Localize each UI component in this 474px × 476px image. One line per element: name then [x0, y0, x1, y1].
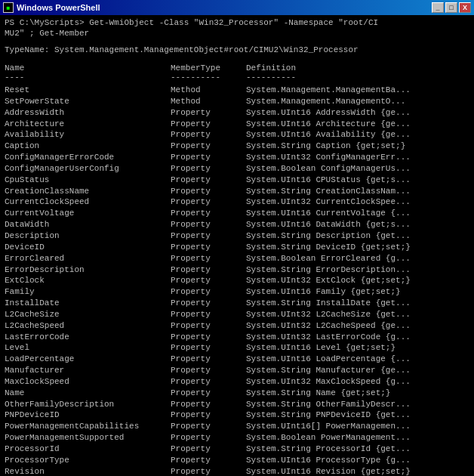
underline-definition: ---------- — [246, 73, 469, 82]
cell-membertype: Property — [171, 119, 246, 130]
header-definition: Definition — [246, 63, 469, 73]
minimize-button[interactable]: _ — [432, 2, 444, 13]
cell-name: Reset — [5, 85, 171, 96]
cell-name: Manufacturer — [5, 365, 171, 376]
cell-definition: System.UInt16 ProcessorType {g... — [246, 455, 469, 466]
cell-definition: System.UInt16 Availability {ge... — [246, 129, 469, 141]
cell-definition: System.Management.ManagementBa... — [246, 85, 469, 96]
cell-name: Name — [5, 388, 171, 399]
cell-membertype: Property — [171, 466, 246, 476]
cell-membertype: Property — [171, 432, 246, 444]
table-row: DeviceID Property System.String DeviceID… — [5, 242, 469, 253]
cell-membertype: Property — [171, 421, 246, 432]
underline-membertype: ---------- — [171, 73, 246, 82]
table-row: Revision Property System.UInt16 Revision… — [5, 466, 469, 476]
cell-membertype: Property — [171, 410, 246, 421]
cell-membertype: Property — [171, 253, 246, 264]
table-row: PowerManagementCapabilities Property Sys… — [5, 421, 469, 432]
cell-definition: System.UInt32 L2CacheSpeed {ge... — [246, 320, 469, 332]
cell-name: Family — [5, 286, 171, 298]
cell-name: OtherFamilyDescription — [5, 399, 171, 410]
window-title: Windows PowerShell — [17, 3, 100, 12]
terminal-content[interactable]: PS C:\MyScripts> Get-WmiObject -Class "W… — [0, 15, 474, 476]
cell-definition: System.String Manufacturer {ge... — [246, 365, 469, 376]
table-header: Name MemberType Definition — [5, 63, 469, 73]
table-row: CreationClassName Property System.String… — [5, 186, 469, 197]
cell-definition: System.UInt32 ConfigManagerErr... — [246, 152, 469, 163]
cell-name: L2CacheSpeed — [5, 320, 171, 332]
prompt-line-1: PS C:\MyScripts> Get-WmiObject -Class "W… — [5, 18, 469, 27]
cell-membertype: Property — [171, 242, 246, 253]
cell-definition: System.String Description {get... — [246, 230, 469, 242]
table-row: Name Property System.String Name {get;se… — [5, 388, 469, 399]
cell-definition: System.UInt32 MaxClockSpeed {g... — [246, 376, 469, 388]
cell-definition: System.UInt16 CPUStatus {get;s... — [246, 175, 469, 186]
cell-definition: System.String PNPDeviceID {get... — [246, 410, 469, 421]
cell-name: MaxClockSpeed — [5, 376, 171, 388]
table-row: ExtClock Property System.UInt32 ExtClock… — [5, 275, 469, 286]
table-row: Reset Method System.Management.Managemen… — [5, 85, 469, 96]
table-row: Availability Property System.UInt16 Avai… — [5, 129, 469, 141]
cell-membertype: Property — [171, 399, 246, 410]
table-row: Caption Property System.String Caption {… — [5, 141, 469, 152]
cell-membertype: Property — [171, 219, 246, 230]
cell-definition: System.String DeviceID {get;set;} — [246, 242, 469, 253]
table-row: PNPDeviceID Property System.String PNPDe… — [5, 410, 469, 421]
title-bar: ■ Windows PowerShell _ □ X — [0, 0, 474, 15]
cell-membertype: Property — [171, 286, 246, 298]
table-row: OtherFamilyDescription Property System.S… — [5, 399, 469, 410]
cell-membertype: Property — [171, 129, 246, 141]
cell-definition: System.UInt16 DataWidth {get;s... — [246, 219, 469, 230]
table-row: Manufacturer Property System.String Manu… — [5, 365, 469, 376]
cell-definition: System.UInt16 Architecture {ge... — [246, 119, 469, 130]
cell-membertype: Property — [171, 107, 246, 119]
cell-definition: System.UInt16[] PowerManagemen... — [246, 421, 469, 432]
cell-membertype: Property — [171, 175, 246, 186]
typename-line: TypeName: System.Management.ManagementOb… — [5, 45, 469, 54]
cell-name: ConfigManagerErrorCode — [5, 152, 171, 163]
prompt-line-2: MU2" ; Get-Member — [5, 29, 469, 38]
maximize-button[interactable]: □ — [445, 2, 457, 13]
cell-membertype: Property — [171, 208, 246, 219]
cell-name: Architecture — [5, 119, 171, 130]
cell-definition: System.UInt16 CurrentVoltage {... — [246, 208, 469, 219]
cell-membertype: Property — [171, 196, 246, 208]
cell-name: ExtClock — [5, 275, 171, 286]
cell-definition: System.UInt32 CurrentClockSpee... — [246, 196, 469, 208]
cell-name: AddressWidth — [5, 107, 171, 119]
cell-definition: System.String Caption {get;set;} — [246, 141, 469, 152]
cell-definition: System.String ErrorDescription... — [246, 264, 469, 276]
underline-name: ---- — [5, 73, 171, 82]
cell-definition: System.String ProcessorId {get... — [246, 444, 469, 455]
cell-definition: System.Boolean ConfigManagerUs... — [246, 163, 469, 175]
app-icon: ■ — [3, 2, 14, 13]
table-row: CpuStatus Property System.UInt16 CPUStat… — [5, 175, 469, 186]
header-membertype: MemberType — [171, 63, 246, 73]
cell-membertype: Property — [171, 388, 246, 399]
cell-definition: System.Boolean PowerManagement... — [246, 432, 469, 444]
close-button[interactable]: X — [459, 2, 471, 13]
cell-definition: System.String InstallDate {get... — [246, 298, 469, 309]
cell-definition: System.UInt32 ExtClock {get;set;} — [246, 275, 469, 286]
cell-name: ErrorCleared — [5, 253, 171, 264]
cell-membertype: Property — [171, 186, 246, 197]
table-row: LastErrorCode Property System.UInt32 Las… — [5, 332, 469, 343]
table-row: CurrentClockSpeed Property System.UInt32… — [5, 196, 469, 208]
cell-membertype: Property — [171, 298, 246, 309]
cell-name: PowerManagementSupported — [5, 432, 171, 444]
cell-membertype: Property — [171, 376, 246, 388]
cell-name: CpuStatus — [5, 175, 171, 186]
cell-name: PowerManagementCapabilities — [5, 421, 171, 432]
table-row: SetPowerState Method System.Management.M… — [5, 96, 469, 107]
cell-membertype: Property — [171, 264, 246, 276]
table-row: PowerManagementSupported Property System… — [5, 432, 469, 444]
cell-definition: System.String CreationClassNam... — [246, 186, 469, 197]
cell-membertype: Property — [171, 365, 246, 376]
title-buttons: _ □ X — [432, 2, 471, 13]
table-body: Reset Method System.Management.Managemen… — [5, 85, 469, 476]
table-header-underline: ---- ---------- ---------- — [5, 73, 469, 82]
cell-definition: System.Boolean ErrorCleared {g... — [246, 253, 469, 264]
cell-membertype: Property — [171, 275, 246, 286]
cell-definition: System.String OtherFamilyDescr... — [246, 399, 469, 410]
table-row: Family Property System.UInt16 Family {ge… — [5, 286, 469, 298]
